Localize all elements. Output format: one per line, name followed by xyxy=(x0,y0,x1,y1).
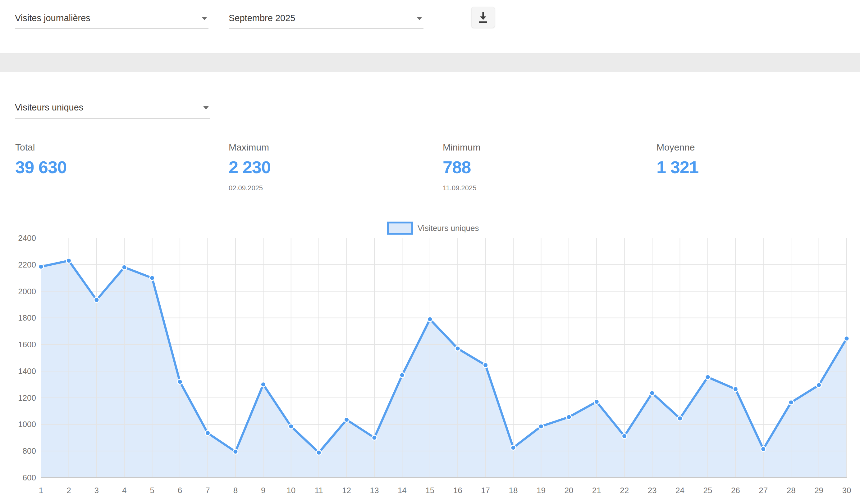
x-axis-tick-label: 7 xyxy=(205,486,210,495)
download-button[interactable] xyxy=(471,7,495,28)
data-point[interactable] xyxy=(94,297,99,302)
x-axis-tick-label: 26 xyxy=(731,486,740,495)
x-axis-tick-label: 27 xyxy=(759,486,768,495)
metric-select[interactable]: Visiteurs uniques xyxy=(15,99,210,116)
data-point[interactable] xyxy=(428,317,432,322)
select-underline xyxy=(229,28,424,29)
data-point[interactable] xyxy=(650,391,655,396)
data-point[interactable] xyxy=(261,382,266,387)
data-point[interactable] xyxy=(594,399,599,404)
x-axis-tick-label: 18 xyxy=(509,486,518,495)
stat-total: Total 39 630 xyxy=(15,142,202,184)
chevron-down-icon xyxy=(203,106,209,109)
toolbar: Visites journalières Septembre 2025 xyxy=(0,0,860,53)
data-point[interactable] xyxy=(733,387,738,392)
stats-row: Total 39 630 Maximum 2 230 02.09.2025 Mi… xyxy=(0,142,860,204)
x-axis-tick-label: 2 xyxy=(67,486,71,495)
section-divider-band xyxy=(0,53,860,72)
y-axis-tick-label: 1800 xyxy=(18,313,36,323)
x-axis-tick-label: 8 xyxy=(233,486,238,495)
data-point[interactable] xyxy=(66,258,71,263)
stat-label: Total xyxy=(15,142,202,153)
y-axis-tick-label: 600 xyxy=(23,473,36,482)
stat-date: 02.09.2025 xyxy=(229,184,415,192)
series-area-fill xyxy=(41,261,847,478)
chevron-down-icon xyxy=(417,17,422,20)
x-axis-tick-label: 19 xyxy=(536,486,546,495)
data-point[interactable] xyxy=(455,346,460,351)
data-point[interactable] xyxy=(289,424,293,429)
data-point[interactable] xyxy=(622,433,627,439)
x-axis-tick-label: 6 xyxy=(178,486,182,495)
data-point[interactable] xyxy=(539,424,543,429)
y-axis-tick-label: 1000 xyxy=(18,419,36,429)
x-axis-tick-label: 12 xyxy=(342,486,351,495)
y-axis-tick-label: 1200 xyxy=(18,393,36,402)
report-type-value: Visites journalières xyxy=(15,9,209,27)
stat-average: Moyenne 1 321 xyxy=(657,142,843,184)
data-point[interactable] xyxy=(678,416,683,421)
data-point[interactable] xyxy=(150,276,155,281)
chevron-down-icon xyxy=(202,17,207,20)
download-icon xyxy=(477,11,489,24)
x-axis-tick-label: 29 xyxy=(814,486,823,495)
x-axis-tick-label: 1 xyxy=(39,486,43,495)
visitors-area-chart: 6008001000120014001600180020002200240012… xyxy=(0,217,860,504)
x-axis-tick-label: 16 xyxy=(453,486,462,495)
data-point[interactable] xyxy=(844,336,849,341)
stat-value: 2 230 xyxy=(229,157,415,177)
x-axis-tick-label: 17 xyxy=(481,486,490,495)
x-axis-tick-label: 10 xyxy=(286,486,296,495)
x-axis-tick-label: 14 xyxy=(398,486,407,495)
y-axis-tick-label: 2400 xyxy=(18,233,36,243)
select-underline xyxy=(15,28,209,29)
report-type-select[interactable]: Visites journalières xyxy=(15,9,209,27)
data-point[interactable] xyxy=(344,417,349,422)
stat-label: Moyenne xyxy=(657,142,843,153)
data-point[interactable] xyxy=(483,363,488,368)
x-axis-tick-label: 21 xyxy=(592,486,601,495)
x-axis-tick-label: 15 xyxy=(425,486,434,495)
x-axis-tick-label: 3 xyxy=(95,486,99,495)
data-point[interactable] xyxy=(511,445,516,450)
metric-value: Visiteurs uniques xyxy=(15,99,210,116)
data-point[interactable] xyxy=(372,435,377,440)
x-axis-tick-label: 4 xyxy=(122,486,127,495)
stat-date: 11.09.2025 xyxy=(443,184,629,192)
data-point[interactable] xyxy=(567,415,571,419)
x-axis-tick-label: 30 xyxy=(842,486,851,495)
data-point[interactable] xyxy=(316,450,321,455)
data-point[interactable] xyxy=(233,449,238,454)
x-axis-tick-label: 9 xyxy=(261,486,265,495)
stat-minimum: Minimum 788 11.09.2025 xyxy=(443,142,629,192)
x-axis-tick-label: 13 xyxy=(370,486,379,495)
data-point[interactable] xyxy=(400,373,404,378)
data-point[interactable] xyxy=(789,400,793,405)
month-select[interactable]: Septembre 2025 xyxy=(229,9,424,27)
y-axis-tick-label: 1400 xyxy=(18,367,36,376)
stat-label: Maximum xyxy=(229,142,415,153)
y-axis-tick-label: 2000 xyxy=(18,287,36,296)
y-axis-tick-label: 800 xyxy=(23,446,36,456)
x-axis-tick-label: 28 xyxy=(787,486,796,495)
x-axis-tick-label: 11 xyxy=(315,486,323,495)
y-axis-tick-label: 1600 xyxy=(18,340,36,349)
y-axis-tick-label: 2200 xyxy=(18,260,36,269)
x-axis-tick-label: 23 xyxy=(648,486,657,495)
data-point[interactable] xyxy=(177,379,182,384)
stat-value: 1 321 xyxy=(657,157,843,177)
data-point[interactable] xyxy=(705,374,710,380)
x-axis-tick-label: 5 xyxy=(150,486,154,495)
stat-value: 39 630 xyxy=(15,157,202,177)
data-point[interactable] xyxy=(122,265,127,270)
x-axis-tick-label: 24 xyxy=(675,486,685,495)
stat-value: 788 xyxy=(443,157,629,177)
data-point[interactable] xyxy=(817,383,821,388)
data-point[interactable] xyxy=(761,447,766,451)
x-axis-tick-label: 20 xyxy=(564,486,573,495)
x-axis-tick-label: 25 xyxy=(703,486,712,495)
data-point[interactable] xyxy=(205,430,210,435)
x-axis-tick-label: 22 xyxy=(620,486,629,495)
select-underline xyxy=(15,118,210,119)
data-point[interactable] xyxy=(39,264,43,269)
